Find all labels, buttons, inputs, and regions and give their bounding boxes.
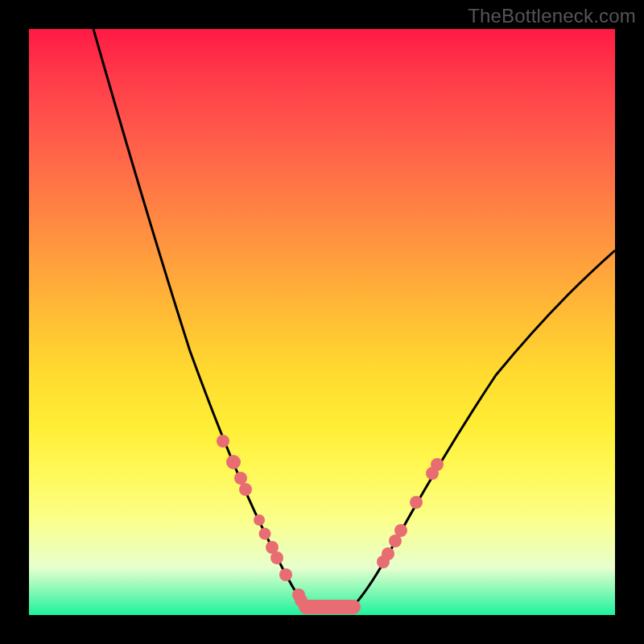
chart-frame [29, 29, 615, 615]
bottom-cluster-bar [299, 600, 361, 614]
watermark-text: TheBottleneck.com [468, 5, 636, 27]
left-curve [93, 29, 315, 609]
marker-group [217, 435, 444, 607]
marker [254, 514, 265, 526]
marker [279, 568, 292, 581]
marker [295, 594, 308, 607]
marker [217, 435, 229, 448]
marker [382, 547, 394, 560]
marker [226, 455, 241, 469]
marker [394, 524, 407, 537]
marker [239, 483, 252, 496]
marker [431, 458, 444, 471]
marker [259, 528, 271, 540]
marker [410, 496, 423, 509]
chart-svg [29, 29, 615, 615]
marker [270, 551, 283, 564]
marker [234, 472, 247, 485]
